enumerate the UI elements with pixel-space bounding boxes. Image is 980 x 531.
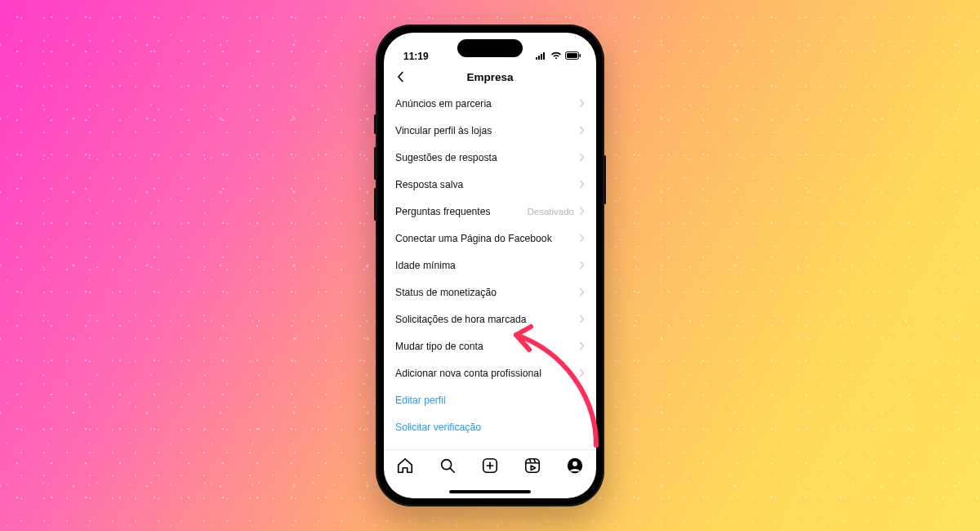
list-item[interactable]: Status de monetização [384, 279, 596, 306]
list-item[interactable]: Anúncios em parceria [384, 90, 596, 117]
tab-create[interactable] [481, 457, 499, 475]
list-item[interactable]: Solicitações de hora marcada [384, 306, 596, 332]
svg-rect-0 [536, 57, 537, 60]
list-item[interactable]: Sugestões de resposta [384, 144, 596, 171]
dynamic-island [457, 39, 523, 57]
chevron-right-icon [579, 341, 585, 350]
tab-search[interactable] [439, 457, 457, 475]
list-item[interactable]: Editar perfil [384, 386, 596, 413]
chevron-right-icon [579, 126, 585, 135]
chevron-right-icon [579, 368, 585, 377]
tab-profile[interactable] [566, 457, 584, 475]
list-item[interactable]: Adicionar nova conta profissional [384, 359, 596, 386]
wifi-icon [550, 51, 562, 62]
tab-reels[interactable] [523, 457, 541, 475]
list-item-label: Perguntas frequentes [395, 206, 491, 217]
battery-icon [565, 51, 581, 62]
home-icon [396, 457, 414, 475]
chevron-left-icon [394, 71, 406, 83]
search-icon [439, 457, 457, 475]
phone-screen: 11:19 Empresa [384, 33, 596, 498]
list-item[interactable]: Vincular perfil às lojas [384, 117, 596, 144]
list-item-label: Conectar uma Página do Facebook [395, 233, 552, 244]
list-item-label: Mudar tipo de conta [395, 341, 483, 352]
list-item[interactable]: Perguntas frequentesDesativado [384, 198, 596, 225]
list-item-label: Idade mínima [395, 260, 456, 271]
list-item-label: Status de monetização [395, 287, 497, 298]
svg-rect-5 [567, 53, 577, 58]
phone-side-button [374, 188, 376, 221]
back-button[interactable] [390, 67, 410, 87]
phone-side-button [604, 155, 606, 204]
list-item[interactable]: Mudar tipo de conta [384, 332, 596, 359]
plus-square-icon [481, 457, 499, 475]
list-item[interactable]: Conectar uma Página do Facebook [384, 225, 596, 252]
svg-rect-3 [543, 52, 545, 60]
svg-line-8 [450, 468, 454, 472]
chevron-right-icon [579, 261, 585, 270]
list-item[interactable]: Idade mínima [384, 252, 596, 279]
phone-side-button [374, 114, 376, 134]
home-indicator [449, 490, 531, 493]
background-stage: 11:19 Empresa [0, 0, 980, 531]
page-header: Empresa [384, 64, 596, 90]
list-item-label: Vincular perfil às lojas [395, 125, 492, 136]
phone-frame: 11:19 Empresa [376, 25, 604, 506]
chevron-right-icon [579, 153, 585, 162]
list-item-label: Solicitações de hora marcada [395, 314, 527, 325]
chevron-right-icon [579, 180, 585, 189]
reels-icon [523, 457, 541, 475]
svg-rect-12 [526, 459, 540, 473]
list-item-label: Editar perfil [395, 395, 446, 406]
list-item-label: Solicitar verificação [395, 422, 481, 433]
page-title: Empresa [466, 71, 513, 83]
svg-point-17 [572, 462, 577, 466]
list-item-label: Sugestões de resposta [395, 152, 497, 163]
profile-icon [566, 457, 584, 475]
chevron-right-icon [579, 288, 585, 297]
chevron-right-icon [579, 207, 585, 216]
tab-home[interactable] [396, 457, 414, 475]
chevron-right-icon [579, 99, 585, 108]
svg-rect-2 [541, 54, 542, 60]
signal-icon [536, 51, 547, 62]
phone-side-button [374, 147, 376, 180]
settings-list: Anúncios em parceriaVincular perfil às l… [384, 90, 596, 449]
chevron-right-icon [579, 234, 585, 243]
list-item-label: Resposta salva [395, 179, 463, 190]
list-item[interactable]: Solicitar verificação [384, 413, 596, 440]
chevron-right-icon [579, 315, 585, 324]
status-time: 11:19 [403, 51, 429, 62]
list-item-status: Desativado [527, 207, 574, 216]
list-item-label: Adicionar nova conta profissional [395, 368, 541, 379]
svg-rect-6 [580, 54, 581, 57]
svg-rect-1 [538, 56, 540, 60]
list-item-label: Anúncios em parceria [395, 98, 492, 109]
list-item[interactable]: Resposta salva [384, 171, 596, 198]
